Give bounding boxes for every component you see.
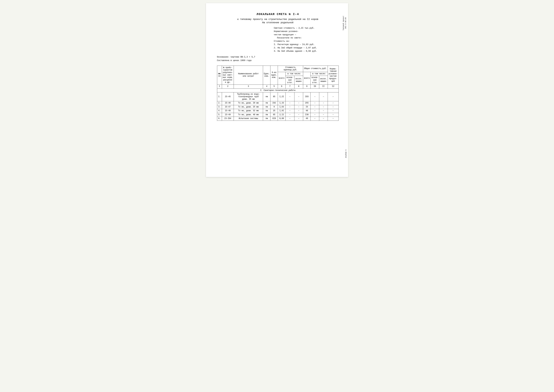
side-text-bottom: Альбом 4 <box>345 150 347 158</box>
cell-norm: – <box>328 105 339 109</box>
cell-cost-total: I,2I <box>278 92 285 101</box>
cell-unit: пм <box>263 113 270 117</box>
table-row: 2. 23-46 То же, диам. 20 мм пм I92 I,33 … <box>217 101 339 105</box>
col-header-total-total: всего <box>303 72 311 84</box>
cost-line3: чистая продукция – <box>274 33 339 36</box>
col-num-2: 2 <box>222 85 234 89</box>
table-row: 5. 23-49 То же, диам. 40 мм пм 65 2,I2 –… <box>217 113 339 117</box>
cell-cost-total: I,33 <box>278 101 285 105</box>
cell-name: То же, диам. 40 мм <box>234 113 263 117</box>
cell-unit: пм <box>263 109 270 113</box>
cell-cost-total: 0,08 <box>278 117 285 121</box>
cell-cost-expl: – <box>294 113 303 117</box>
cell-cost-expl: – <box>294 109 303 113</box>
cell-cost-base: – <box>285 92 294 101</box>
title-section: ЛОКАЛЬНАЯ СМЕТА № I-4 к типовому проекту… <box>217 13 339 24</box>
cell-total-expl: – <box>319 117 328 121</box>
cell-cost-base: – <box>285 105 294 109</box>
cell-qty: 9 <box>270 105 278 109</box>
col-header-base-wage: основ-наяз/пл. <box>285 76 294 85</box>
cost-line8: 3. На Iм3 объема здания – 0,60 руб. <box>274 50 339 53</box>
cell-cost-expl: – <box>294 92 303 101</box>
cell-total-base: – <box>311 117 319 121</box>
col-header-num: №№пп <box>217 66 222 85</box>
subtitle2: На отопление родильной <box>217 21 339 24</box>
cell-unit: пм <box>263 92 270 101</box>
col-num-12: I2 <box>328 85 339 89</box>
col-num-6: 6 <box>278 85 285 89</box>
col-num-8: 8 <box>294 85 303 89</box>
cell-total: 49 <box>303 117 311 121</box>
cell-total: IO3 <box>303 92 311 101</box>
table-row: 6. 23-I04 Испытание системы пм 6I8 0,08 … <box>217 117 339 121</box>
cell-pricecode: 23-49 <box>222 113 234 117</box>
col-num-7: 7 <box>285 85 294 89</box>
cost-line4: Показатели по смете: <box>274 36 339 40</box>
cell-total: I38 <box>303 113 311 117</box>
basis-block: Основание: чертежи ОВ-I,3 + 5,7 Составле… <box>217 55 339 62</box>
col-header-total-expl-mach: экспл.машин <box>319 76 328 85</box>
table-col-nums-row: I 2 3 4 5 6 7 8 9 IO II I2 <box>217 85 339 89</box>
col-header-cost-total: всего <box>278 72 285 84</box>
cell-name: Испытание системы <box>234 117 263 121</box>
cell-cost-expl: – <box>294 101 303 105</box>
cost-line2: Нормативная условно- <box>274 30 339 33</box>
cell-pricecode: 23-46 <box>222 101 234 105</box>
cost-line5: Стоимость на: <box>274 40 339 43</box>
col-header-unit-cost-group: Стоимость единицы,руб. <box>278 66 303 72</box>
cell-total-expl: – <box>319 101 328 105</box>
cell-total-base: – <box>311 105 319 109</box>
col-header-total-cost-group: Общая стоимость,руб. <box>303 66 328 72</box>
cell-total-expl: – <box>319 92 328 101</box>
cell-cost-base: – <box>285 101 294 105</box>
col-header-name: Наименование работили затрат <box>234 66 263 85</box>
col-header-cost-incl: в том числе: <box>285 72 303 76</box>
cell-unit: пм <box>263 101 270 105</box>
cost-line6: I. Расчетную единицу – I4,93 руб. <box>274 43 339 46</box>
cell-cost-total: I,9I <box>278 109 285 113</box>
cell-norm: – <box>328 92 339 101</box>
basis-line1: Основание: чертежи ОВ-I,3 + 5,7 <box>217 55 339 59</box>
cell-num: 4. <box>217 109 222 113</box>
cell-total-expl: – <box>319 105 328 109</box>
col-num-5: 5 <box>270 85 278 89</box>
cost-line7: 2. На Iм2 общей площади – 2,07 руб. <box>274 46 339 50</box>
cell-num: 6. <box>217 117 222 121</box>
cell-cost-base: – <box>285 113 294 117</box>
table-row: 3. 23-47 То же, диам. 25 мм пм 9 I,63 – … <box>217 105 339 109</box>
col-header-norm: Норма-тивнаяусловно-чистаяпродук-ция <box>328 66 339 85</box>
cell-qty: 25 <box>270 109 278 113</box>
cell-cost-expl: – <box>294 105 303 109</box>
cell-norm: – <box>328 113 339 117</box>
col-header-unit: Един.изм. <box>263 66 270 85</box>
cell-pricecode: 23-45 <box>222 92 234 101</box>
cell-name: То же, диам. 20 мм <box>234 101 263 105</box>
col-num-4: 4 <box>263 85 270 89</box>
col-header-expl-mach: экспл.машин <box>294 76 303 85</box>
main-title: ЛОКАЛЬНАЯ СМЕТА № I-4 <box>217 13 339 16</box>
cell-total-base: – <box>311 101 319 105</box>
cell-qty: I92 <box>270 101 278 105</box>
col-header-total-incl: в том числе: <box>311 72 328 76</box>
cell-total-base: – <box>311 113 319 117</box>
side-text-top: Типовой проект301-3-30.83 <box>342 16 347 30</box>
subtitle1: к типовому проекту на строительство роди… <box>217 18 339 21</box>
cell-cost-base: – <box>285 109 294 113</box>
cell-cost-total: I,63 <box>278 105 285 109</box>
table-row: I. 23-45 Трубопровод из водо-газопроводн… <box>217 92 339 101</box>
cell-norm: – <box>328 117 339 121</box>
cell-pricecode: 23-48 <box>222 109 234 113</box>
cell-num: 2. <box>217 101 222 105</box>
cell-total: I5 <box>303 105 311 109</box>
cell-unit: пм <box>263 105 270 109</box>
cell-name: То же, диам. 32 мм <box>234 109 263 113</box>
cell-name: Трубопровод из водо-газопроводных трубди… <box>234 92 263 101</box>
table-header-row1: №№пп № прейс-курантовукрупнен-ных смет-н… <box>217 66 339 72</box>
cost-block: Сметная стоимость – 2,2I тыс.руб. Нормат… <box>274 27 339 53</box>
page: Типовой проект301-3-30.83 Альбом 4 ЛОКАЛ… <box>206 3 348 177</box>
cell-num: 3. <box>217 105 222 109</box>
cell-num: 5. <box>217 113 222 117</box>
cell-qty: 65 <box>270 113 278 117</box>
cell-pricecode: 23-I04 <box>222 117 234 121</box>
cell-total: 255 <box>303 101 311 105</box>
